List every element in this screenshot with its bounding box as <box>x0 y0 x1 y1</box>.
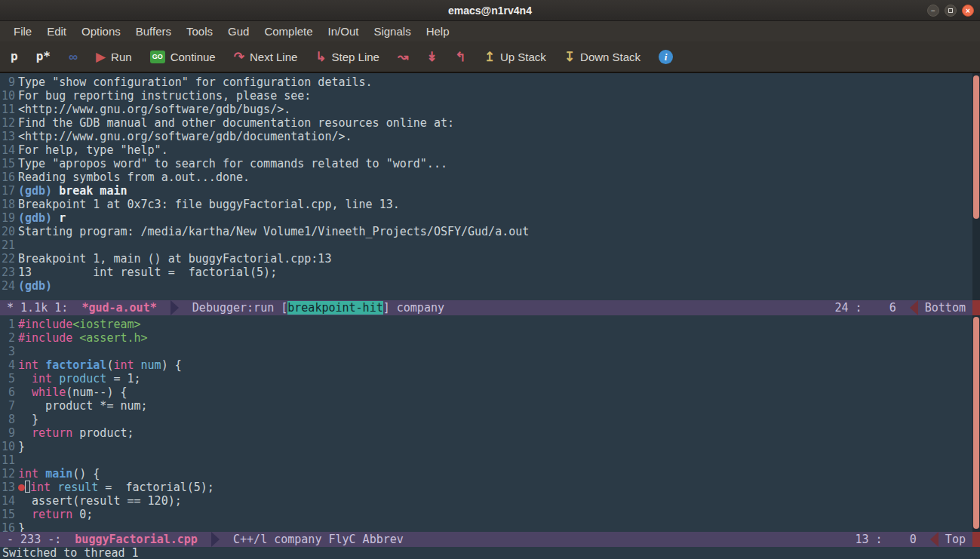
next-instruction-button[interactable]: ↝ <box>398 51 408 63</box>
modeline-source[interactable]: - 233 -: buggyFactorial.cpp C++/l compan… <box>0 532 972 547</box>
print-dereference-button[interactable]: p* <box>36 51 51 63</box>
buffer-line[interactable]: 14For help, type "help". <box>0 143 972 157</box>
token: Reading symbols from a.out...done. <box>18 170 250 184</box>
close-button[interactable]: × <box>962 5 974 17</box>
token: int <box>18 358 38 372</box>
token <box>51 481 57 494</box>
token: r <box>59 211 66 225</box>
breakpoint-indicator-icon[interactable] <box>18 484 25 491</box>
buffer-line[interactable]: 2313 int result = factorial(5); <box>0 266 972 279</box>
gdb-scrollbar-track[interactable] <box>972 73 980 300</box>
gdb-scrollbar-thumb[interactable] <box>973 75 979 219</box>
scrollbar-column <box>972 73 980 559</box>
echo-area[interactable]: Switched to thread 1 <box>0 547 980 559</box>
line-number: 10 <box>0 440 15 453</box>
up-stack-button[interactable]: ↥Up Stack <box>484 51 546 63</box>
buffer-line[interactable]: 9Type "show configuration" for configura… <box>0 75 972 89</box>
buffer-line[interactable]: 4int factorial(int num) { <box>0 358 972 372</box>
watch-expression-button[interactable]: ∞ <box>69 51 78 63</box>
next-line-button[interactable]: ↷Next Line <box>234 51 298 63</box>
maximize-button[interactable] <box>945 5 957 17</box>
buffer-line[interactable]: 1#include<iostream> <box>0 318 972 331</box>
buffer-line[interactable]: 13<http://www.gnu.org/software/gdb/docum… <box>0 130 972 143</box>
buffer-line[interactable]: 16} <box>0 521 972 532</box>
buffer-line[interactable]: 12int main() { <box>0 467 972 481</box>
line-content: return product; <box>15 426 134 440</box>
modeline-gud[interactable]: * 1.1k 1: *gud-a.out* Debugger:run [brea… <box>0 300 972 315</box>
token: assert(result == 120); <box>18 494 182 508</box>
line-content: (gdb) r <box>15 211 66 225</box>
down-stack-label: Down Stack <box>580 51 641 63</box>
line-number: 13 <box>0 481 15 494</box>
line-number: 8 <box>0 413 15 426</box>
buffer-line[interactable]: 15Type "apropos word" to search for comm… <box>0 157 972 170</box>
buffer-line[interactable]: 14 assert(result == 120); <box>0 494 972 508</box>
menu-help[interactable]: Help <box>419 21 457 41</box>
buffer-line[interactable]: 10For bug reporting instructions, please… <box>0 89 972 103</box>
print-button[interactable]: p <box>11 51 18 63</box>
buffer-line[interactable]: 17(gdb) break main <box>0 184 972 198</box>
down-stack-button[interactable]: ↧Down Stack <box>564 51 641 63</box>
line-content <box>15 345 18 358</box>
menu-complete[interactable]: Complete <box>257 21 320 41</box>
buffer-line[interactable]: 11 <box>0 453 972 467</box>
buffer-line[interactable]: 24(gdb) <box>0 279 972 293</box>
modeline-right: 13 : 0 Top <box>856 532 973 547</box>
window-controls: − × <box>927 5 974 17</box>
continue-button[interactable]: GOContinue <box>150 51 216 63</box>
buffer-line[interactable]: 21 <box>0 238 972 252</box>
menu-edit[interactable]: Edit <box>39 21 74 41</box>
info-button[interactable]: i <box>659 50 673 64</box>
step-line-button[interactable]: ↳Step Line <box>315 51 379 63</box>
buffer-line[interactable]: 7 product *= num; <box>0 399 972 413</box>
token: int <box>30 481 51 494</box>
step-instruction-button[interactable]: ↡ <box>426 51 437 63</box>
buffer-line[interactable]: 22Breakpoint 1, main () at buggyFactoria… <box>0 252 972 266</box>
powerline-separator-icon <box>910 300 918 315</box>
buffer-line[interactable]: 8 } <box>0 413 972 426</box>
titlebar[interactable]: emacs@n1rv4n4 − × <box>0 0 980 21</box>
buffer-line[interactable]: 5 int product = 1; <box>0 372 972 385</box>
menu-inout[interactable]: In/Out <box>321 21 367 41</box>
menu-file[interactable]: File <box>6 21 39 41</box>
gdb-output-buffer[interactable]: 9Type "show configuration" for configura… <box>0 73 972 300</box>
source-scrollbar-track[interactable] <box>972 315 980 532</box>
line-content: int factorial(int num) { <box>15 358 182 372</box>
line-content: (gdb) break main <box>15 184 127 198</box>
menu-buffers[interactable]: Buffers <box>128 21 179 41</box>
menu-gud[interactable]: Gud <box>220 21 257 41</box>
buffer-line[interactable]: 20Starting program: /media/kartha/New Vo… <box>0 225 972 238</box>
source-code-buffer[interactable]: 1#include<iostream>2#include <assert.h>3… <box>0 315 972 532</box>
buffer-line[interactable]: 6 while(num--) { <box>0 385 972 399</box>
buffer-line[interactable]: 19(gdb) r <box>0 211 972 225</box>
echo-scrollbar-gap <box>972 547 980 559</box>
buffer-line[interactable]: 2#include <assert.h> <box>0 331 972 345</box>
token: } <box>18 440 25 453</box>
buffer-line[interactable]: 12Find the GDB manual and other document… <box>0 116 972 130</box>
line-content: } <box>15 440 25 453</box>
buffer-line[interactable]: 13int result = factorial(5); <box>0 481 972 494</box>
menu-signals[interactable]: Signals <box>366 21 418 41</box>
menu-options[interactable]: Options <box>74 21 128 41</box>
line-number: 17 <box>0 184 15 198</box>
buffer-line[interactable]: 15 return 0; <box>0 508 972 521</box>
run-button[interactable]: ▶Run <box>96 51 132 63</box>
finish-function-button[interactable]: ↰ <box>455 51 465 63</box>
line-content: int main() { <box>15 467 100 481</box>
buffer-line[interactable]: 18Breakpoint 1 at 0x7c3: file buggyFacto… <box>0 198 972 211</box>
line-number: 16 <box>0 170 15 184</box>
buffer-line[interactable]: 11<http://www.gnu.org/software/gdb/bugs/… <box>0 103 972 116</box>
buffer-line[interactable]: 10} <box>0 440 972 453</box>
window-title: emacs@n1rv4n4 <box>448 5 532 17</box>
line-content: 13 int result = factorial(5); <box>15 266 277 279</box>
token: #include <box>18 318 72 331</box>
buffer-line[interactable]: 16Reading symbols from a.out...done. <box>0 170 972 184</box>
source-scrollbar-thumb[interactable] <box>973 317 979 529</box>
line-content: Type "show configuration" for configurat… <box>15 75 373 89</box>
minimize-button[interactable]: − <box>927 5 939 17</box>
buffer-line[interactable]: 9 return product; <box>0 426 972 440</box>
buffer-line[interactable]: 3 <box>0 345 972 358</box>
token: factorial <box>45 358 106 372</box>
print-icon: p <box>11 51 18 63</box>
menu-tools[interactable]: Tools <box>179 21 220 41</box>
